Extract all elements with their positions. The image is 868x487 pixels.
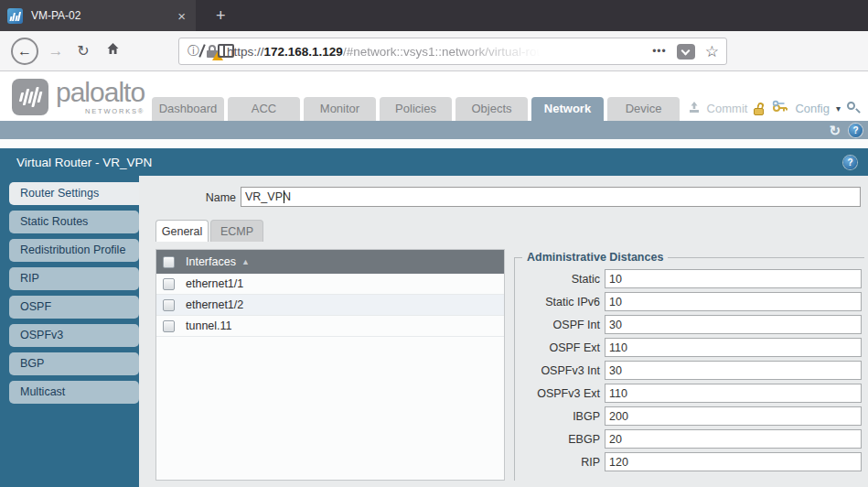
interfaces-header-row[interactable]: Interfaces ▲ (156, 250, 504, 274)
refresh-icon[interactable]: ↻ (829, 124, 841, 137)
commit-icon (688, 101, 701, 117)
tab-close-icon[interactable]: × (175, 9, 188, 23)
panos-header: paloalto NETWORKS® Dashboard ACC Monitor… (0, 71, 868, 121)
row-checkbox[interactable] (163, 320, 175, 332)
table-row[interactable]: tunnel.11 (156, 316, 504, 337)
field-ebgp: EBGP (515, 429, 865, 449)
logo-networks-text: NETWORKS® (56, 107, 145, 115)
sidebar-toggle-icon[interactable] (218, 44, 234, 58)
field-static: Static (515, 269, 865, 288)
url-text[interactable]: https://172.168.1.129/#network::vsys1::n… (227, 45, 547, 59)
static-ipv6-input[interactable] (605, 292, 862, 311)
field-label: OSPF Int (515, 319, 600, 331)
name-input[interactable] (241, 187, 861, 207)
url-bar[interactable]: ⓘ https://172.168.1.129/#network::vsys1:… (178, 38, 727, 65)
field-label: Static IPv6 (515, 296, 600, 308)
field-ospfv3-int: OSPFv3 Int (515, 361, 865, 380)
admin-distances-legend: Administrative Distances (522, 251, 668, 264)
name-label: Name (146, 191, 236, 204)
tab-device[interactable]: Device (607, 97, 680, 121)
config-button[interactable]: Config (795, 102, 830, 115)
tab-title: VM-PA-02 (31, 9, 175, 22)
rip-input[interactable] (605, 452, 862, 471)
paloalto-favicon-icon (7, 8, 23, 24)
ospfv3-ext-input[interactable] (605, 384, 862, 403)
row-checkbox[interactable] (163, 299, 175, 311)
sidebar-item-redistribution-profile[interactable]: Redistribution Profile (9, 239, 139, 262)
ebgp-input[interactable] (605, 429, 862, 449)
panos-nav-tabs: Dashboard ACC Monitor Policies Objects N… (152, 97, 680, 121)
browser-toolbar: ← → ↻ ⓘ https://172.168.1.129/#network::… (0, 31, 868, 71)
interfaces-column-header[interactable]: Interfaces (186, 255, 236, 268)
tab-policies[interactable]: Policies (380, 97, 452, 121)
sidebar-item-multicast[interactable]: Multicast (9, 381, 139, 404)
interface-name: ethernet1/2 (186, 298, 243, 311)
ospf-ext-input[interactable] (605, 338, 862, 357)
page-actions-icon[interactable]: ••• (652, 45, 667, 58)
field-ospf-ext: OSPF Ext (515, 338, 865, 357)
sidebar-item-router-settings[interactable]: Router Settings (9, 182, 139, 205)
ibgp-input[interactable] (605, 406, 862, 426)
bookmark-star-icon[interactable]: ☆ (705, 42, 719, 61)
tab-objects[interactable]: Objects (455, 97, 528, 121)
sidebar-item-ospf[interactable]: OSPF (9, 296, 139, 319)
interfaces-table: Interfaces ▲ ethernet1/1 ethernet1/2 tun… (155, 249, 505, 481)
field-ibgp: IBGP (515, 406, 865, 426)
config-keys-icon (772, 100, 788, 117)
field-label: OSPF Ext (515, 341, 600, 354)
row-checkbox[interactable] (163, 278, 175, 290)
form-tabs: General ECMP (155, 220, 263, 242)
field-label: OSPFv3 Ext (515, 387, 600, 400)
field-ospf-int: OSPF Int (515, 315, 865, 334)
interface-name: ethernet1/1 (186, 277, 243, 290)
field-ospfv3-ext: OSPFv3 Ext (515, 384, 865, 403)
interface-name: tunnel.11 (186, 319, 232, 332)
global-search-icon[interactable] (847, 102, 861, 115)
field-label: OSPFv3 Int (515, 364, 600, 377)
sidebar-item-bgp[interactable]: BGP (9, 352, 139, 375)
paloalto-logo-icon (12, 79, 48, 115)
commit-button[interactable]: Commit (707, 102, 748, 115)
ospfv3-int-input[interactable] (605, 361, 862, 380)
spacer (0, 139, 868, 148)
page-help-icon[interactable]: ? (843, 156, 857, 169)
pocket-icon[interactable] (677, 44, 695, 60)
new-tab-button[interactable]: + (216, 6, 226, 25)
browser-tab-bar: VM-PA-02 × + (0, 0, 868, 31)
select-all-checkbox[interactable] (163, 256, 175, 268)
reload-icon[interactable]: ↻ (71, 42, 95, 60)
paloalto-logo: paloalto NETWORKS® (12, 79, 145, 115)
tab-general[interactable]: General (155, 220, 209, 242)
ospf-int-input[interactable] (605, 315, 862, 334)
sort-asc-icon[interactable]: ▲ (241, 257, 250, 266)
field-label: RIP (515, 456, 600, 469)
config-caret-icon[interactable]: ▾ (836, 103, 841, 114)
sidebar-item-static-routes[interactable]: Static Routes (9, 211, 139, 233)
tab-ecmp[interactable]: ECMP (210, 220, 263, 242)
page-info-icon[interactable]: ⓘ (188, 43, 199, 60)
action-bar: ↻ ? (0, 121, 868, 139)
back-icon[interactable]: ← (11, 38, 38, 65)
logo-wordmark: paloalto (56, 77, 145, 107)
forward-icon[interactable]: → (44, 42, 68, 60)
admin-distances-panel: Administrative Distances Static Static I… (514, 257, 864, 481)
lock-icon[interactable] (754, 103, 766, 115)
table-row[interactable]: ethernet1/2 (156, 295, 504, 316)
sidebar-item-ospfv3[interactable]: OSPFv3 (9, 324, 139, 347)
page-title: Virtual Router - VR_VPN (16, 156, 843, 169)
sidebar-item-rip[interactable]: RIP (9, 267, 139, 290)
tab-acc[interactable]: ACC (228, 97, 300, 121)
static-input[interactable] (605, 269, 862, 288)
field-label: Static (515, 273, 600, 286)
tab-network[interactable]: Network (531, 97, 604, 121)
field-label: EBGP (515, 433, 600, 446)
browser-tab[interactable]: VM-PA-02 × (0, 0, 196, 31)
table-row[interactable]: ethernet1/1 (156, 274, 504, 295)
page-title-bar: Virtual Router - VR_VPN ? (0, 148, 868, 176)
home-icon[interactable] (101, 41, 124, 60)
tab-monitor[interactable]: Monitor (304, 97, 376, 121)
field-label: IBGP (515, 410, 600, 423)
text-cursor (284, 190, 284, 203)
tab-dashboard[interactable]: Dashboard (152, 97, 224, 121)
help-icon[interactable]: ? (849, 124, 863, 137)
